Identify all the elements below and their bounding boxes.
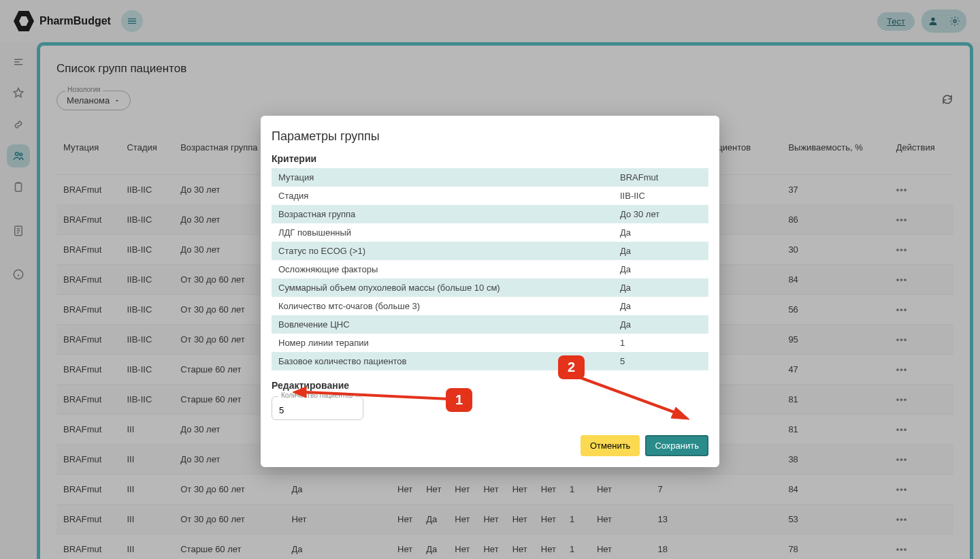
criteria-value: Да (613, 278, 708, 297)
criteria-row: Количество мтс-очагов (больше 3)Да (272, 297, 708, 315)
criteria-row: Возрастная группаДо 30 лет (272, 205, 708, 223)
criteria-row: МутацияBRAFmut (272, 168, 708, 187)
criteria-row: Осложняющие факторыДа (272, 260, 708, 278)
save-button[interactable]: Сохранить (645, 435, 708, 456)
criteria-row: Базовое количество пациентов5 (272, 352, 708, 370)
criteria-key: Статус по ECOG (>1) (272, 242, 613, 260)
criteria-row: Суммарный объем опухолевой массы (больше… (272, 278, 708, 297)
criteria-key: Мутация (272, 168, 613, 187)
modal-overlay[interactable]: Параметры группы Критерии МутацияBRAFmut… (0, 0, 980, 559)
edit-heading: Редактирование (272, 380, 708, 391)
criteria-row: Статус по ECOG (>1)Да (272, 242, 708, 260)
criteria-key: ЛДГ повышенный (272, 223, 613, 242)
criteria-key: Суммарный объем опухолевой массы (больше… (272, 278, 613, 297)
criteria-value: До 30 лет (613, 205, 708, 223)
criteria-value: 5 (613, 352, 708, 370)
criteria-value: Да (613, 297, 708, 315)
criteria-value: BRAFmut (613, 168, 708, 187)
criteria-value: Да (613, 223, 708, 242)
criteria-key: Стадия (272, 187, 613, 205)
criteria-table: МутацияBRAFmutСтадияIIB-IICВозрастная гр… (272, 168, 708, 370)
patient-count-label: Количество пациентов (278, 392, 355, 399)
criteria-heading: Критерии (272, 153, 708, 164)
criteria-key: Осложняющие факторы (272, 260, 613, 278)
criteria-row: Номер линии терапии1 (272, 334, 708, 352)
criteria-key: Возрастная группа (272, 205, 613, 223)
criteria-value: Да (613, 260, 708, 278)
patient-count-input[interactable] (272, 396, 363, 420)
criteria-key: Вовлечение ЦНС (272, 315, 613, 334)
modal-title: Параметры группы (272, 129, 708, 144)
criteria-key: Базовое количество пациентов (272, 352, 613, 370)
criteria-value: IIB-IIC (613, 187, 708, 205)
criteria-row: ЛДГ повышенныйДа (272, 223, 708, 242)
criteria-value: Да (613, 242, 708, 260)
criteria-value: Да (613, 315, 708, 334)
criteria-row: Вовлечение ЦНСДа (272, 315, 708, 334)
cancel-button[interactable]: Отменить (581, 435, 640, 456)
criteria-row: СтадияIIB-IIC (272, 187, 708, 205)
criteria-key: Количество мтс-очагов (больше 3) (272, 297, 613, 315)
criteria-value: 1 (613, 334, 708, 352)
group-params-modal: Параметры группы Критерии МутацияBRAFmut… (261, 116, 719, 467)
criteria-key: Номер линии терапии (272, 334, 613, 352)
